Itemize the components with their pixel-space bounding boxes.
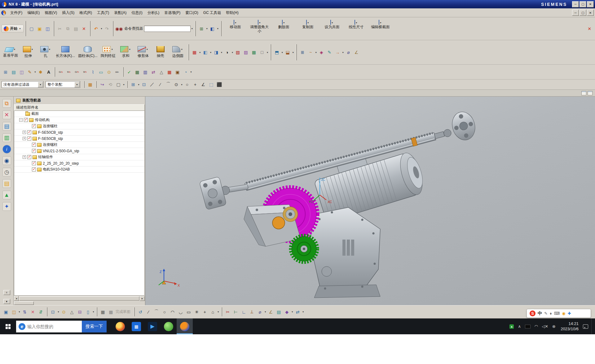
start-button[interactable]: 开始 ▼ [2,25,24,32]
manufacturing-wizard-tab[interactable]: ▲ [2,191,11,199]
open-file-button[interactable]: ▣ [36,25,43,32]
ime-keyboard-icon[interactable]: ⌨ [554,311,560,316]
snap-intersection-icon[interactable]: ⌒ [165,81,172,88]
tree-row[interactable]: 连接螺柱 [14,123,144,129]
text-tool-icon[interactable]: A [45,68,52,76]
minimize-button[interactable]: ─ [572,1,579,7]
menu-preferences[interactable]: 首选项(P) [162,9,183,17]
scrollbar-thumb[interactable] [14,301,34,305]
constraint-navigator-tab[interactable]: ✕ [2,110,11,119]
search-go-button[interactable]: 搜索一下 [82,321,107,332]
swap-icon[interactable]: ⇄ [150,68,157,76]
add-component-icon[interactable]: ▣ [2,308,10,316]
network-icon[interactable]: ◠ [534,324,539,329]
snap-midpoint-icon[interactable]: ∕ [156,81,164,88]
collapse-icon[interactable] [19,118,23,122]
pattern-curve-icon[interactable]: ▤ [275,308,283,316]
toolbar-grip[interactable] [112,21,113,36]
grid-analysis-icon[interactable]: ▦ [166,68,173,76]
ime-language-indicator[interactable]: 中 [538,311,542,316]
assembly-constraints-icon[interactable]: ✕ [29,308,37,316]
snap-existing-point-icon[interactable]: + [192,81,199,88]
polygon-tool-icon[interactable]: ⌂ [209,308,217,316]
part-navigator-tab[interactable]: ▤ [2,122,11,131]
toolbar-grip[interactable] [188,44,189,60]
render-style-icon[interactable]: ◑ [223,49,231,56]
linear-dimension-button[interactable]: ▼ 线性尺寸 [344,19,368,38]
expand-icon[interactable] [23,155,26,159]
menu-view[interactable]: 视图(V) [42,9,60,17]
clip-section-icon[interactable]: ⬓ [284,49,291,56]
menu-gc-toolbox[interactable]: GC 工具箱 [201,9,223,17]
ime-pen-icon[interactable]: ✎ [544,311,548,316]
rectangle-tool-icon[interactable]: ▭ [185,308,192,316]
menu-analysis[interactable]: 分析(L) [145,9,162,17]
selection-scope-combo[interactable]: 整个装配 ▼ [46,81,80,88]
toolbar-grip[interactable] [90,21,90,36]
scroll-down-button[interactable]: ▼ [3,299,10,304]
snap-quadrant-icon[interactable]: ○ [183,81,191,88]
reuse-library-tab[interactable]: ▥ [2,133,11,142]
show-hide-icon[interactable]: → [334,49,341,56]
child-close-button[interactable]: ✕ [587,10,594,16]
child-minimize-button[interactable]: ─ [572,10,579,16]
studio-view-icon[interactable]: ▨ [242,49,249,56]
mirror-assembly-icon[interactable]: ⇵ [37,308,45,316]
gear-cylindrical-icon[interactable]: G/s [57,68,64,76]
angle-measure-icon[interactable]: ∠ [353,49,360,56]
combo-arrow-icon[interactable]: ▼ [38,82,43,87]
usb-eject-icon[interactable]: ▲ [509,324,514,329]
graphics-window[interactable]: ZC YC XC Z X [145,97,595,305]
move-component-icon[interactable]: ⇅ [21,308,29,316]
examine-geometry-icon[interactable]: ✓ [126,68,133,76]
tree-row[interactable]: 电机SH10-02AB [14,167,144,173]
chevron-down-icon[interactable]: ▼ [217,28,219,30]
tree-row[interactable]: 2_25_20_20_20_step [14,160,144,167]
flange-right[interactable] [444,109,478,143]
layer-settings-icon[interactable]: ≣ [299,49,306,56]
toolbar-grip[interactable] [221,21,222,36]
shaded-with-edges-icon[interactable]: ◧ [202,49,209,56]
chevron-down-icon[interactable]: ▼ [191,28,193,30]
highlight-assembly-icon[interactable]: ▦ [86,81,94,88]
taskbar-app-calculator[interactable]: ▦ [128,318,144,334]
gear-housing[interactable] [310,207,380,298]
shell-button[interactable]: 抽壳 [152,41,169,63]
wave-geometry-icon[interactable]: ▯ [84,308,92,316]
selection-filter-combo[interactable]: 没有选择过滤器 ▼ [2,81,44,88]
section-view-icon[interactable]: ⬒ [273,49,280,56]
tree-row-root[interactable]: 传动机构 [14,117,144,123]
snap-point-on-curve-icon[interactable]: ∠ [200,81,207,88]
toolbar-grip[interactable] [221,307,222,316]
bracket-shaft-boss[interactable] [272,217,285,229]
command-finder-input[interactable] [144,26,191,32]
combo-arrow-icon[interactable]: ▼ [74,82,80,87]
rectangle-select-icon[interactable]: ▢ [115,81,122,88]
expand-icon[interactable] [23,131,26,134]
toolbar-grip[interactable] [96,307,97,316]
volume-muted-icon[interactable]: ◁✕ [542,324,548,329]
child-restore-button[interactable]: ▢ [580,10,586,16]
block-button[interactable]: 长方体(K)... [54,41,77,63]
mirror-curve-icon[interactable]: ⇄ [294,308,302,316]
fillet-tool-icon[interactable]: ◠ [169,308,176,316]
datum-plane-button[interactable]: ▼ 基准平面 [2,41,20,63]
scroll-right-icon[interactable]: ▸ [140,296,145,301]
line-tool-icon[interactable]: ∕ [145,308,152,316]
menu-tools[interactable]: 工具(T) [95,9,112,17]
tree-row[interactable]: 连接螺柱 [14,142,144,148]
snap-arc-center-icon[interactable]: ⊙ [173,81,180,88]
snap-solid-icon[interactable]: ⬛ [216,81,223,88]
menu-edit[interactable]: 编辑(E) [25,9,42,17]
quick-trim-icon[interactable]: ✂ [224,308,231,316]
snap-point-icon[interactable]: ⊞ [130,81,137,88]
scrollbar-thumb[interactable] [19,296,139,301]
menu-file[interactable]: 文件(F) [8,9,25,17]
toolbar-grip[interactable] [123,67,124,76]
edge-blend-button[interactable]: ▼ 边倒圆 [169,41,187,63]
move-face-button[interactable]: ▼ 移动面 [223,19,247,38]
ime-toolbar[interactable]: S 中 ✎ ♦ ⌨ ◉ ✚ [527,309,591,318]
toolbar-grip[interactable] [53,21,54,36]
notification-center-icon[interactable] [583,324,588,329]
point-tool-icon[interactable]: + [201,308,209,316]
